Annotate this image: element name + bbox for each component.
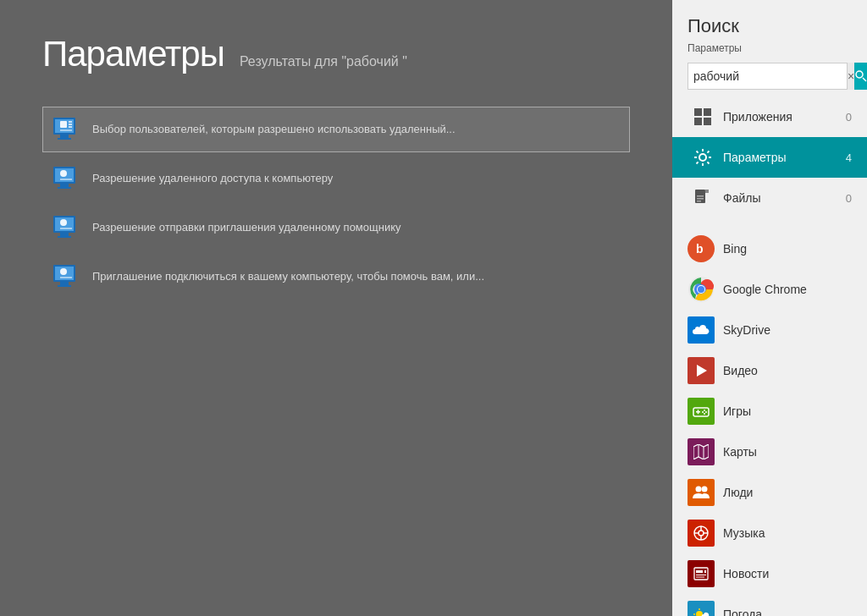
svg-rect-12 <box>58 187 71 189</box>
app-bing[interactable]: b Bing <box>672 228 867 269</box>
search-panel-title: Поиск <box>688 15 852 37</box>
svg-rect-20 <box>60 228 72 229</box>
music-label: Музыка <box>723 526 765 540</box>
app-video[interactable]: Видео <box>672 350 867 391</box>
search-box: × <box>688 63 852 90</box>
games-label: Игры <box>723 404 751 418</box>
svg-point-13 <box>60 170 67 177</box>
result-item-1[interactable]: Выбор пользователей, которым разрешено и… <box>42 107 630 152</box>
svg-point-33 <box>699 154 706 161</box>
category-files[interactable]: Файлы 0 <box>672 178 867 218</box>
maps-icon <box>688 438 715 465</box>
maps-label: Карты <box>723 445 757 459</box>
svg-rect-8 <box>60 129 72 131</box>
result-text-3: Разрешение отправки приглашения удаленно… <box>92 220 401 235</box>
apps-count: 0 <box>846 111 852 124</box>
search-go-button[interactable] <box>854 63 867 90</box>
svg-rect-38 <box>697 198 704 200</box>
search-input[interactable] <box>688 69 847 83</box>
result-text-2: Разрешение удаленного доступа к компьюте… <box>92 171 333 186</box>
games-icon <box>688 398 715 425</box>
svg-point-27 <box>856 71 863 78</box>
svg-rect-3 <box>58 138 71 140</box>
svg-rect-31 <box>694 118 702 125</box>
svg-rect-14 <box>60 179 72 180</box>
news-icon <box>688 560 715 587</box>
search-clear-button[interactable]: × <box>847 63 854 90</box>
app-chrome[interactable]: Google Chrome <box>672 269 867 310</box>
svg-rect-39 <box>697 201 701 202</box>
app-weather[interactable]: Погода <box>672 594 867 616</box>
svg-rect-4 <box>60 121 67 128</box>
chrome-icon <box>688 276 715 303</box>
apps-label: Приложения <box>723 110 846 124</box>
svg-rect-30 <box>704 108 711 116</box>
svg-point-50 <box>705 411 707 413</box>
svg-rect-6 <box>69 124 72 125</box>
svg-point-25 <box>60 268 67 275</box>
svg-point-52 <box>704 413 705 415</box>
result-item-4[interactable]: Приглашение подключиться к вашему компью… <box>42 254 630 300</box>
search-subtitle: Результаты для "рабочий " <box>240 40 407 83</box>
svg-point-56 <box>702 487 708 492</box>
bing-icon: b <box>688 235 715 262</box>
app-skydrive[interactable]: SkyDrive <box>672 310 867 350</box>
svg-rect-11 <box>60 184 69 187</box>
svg-rect-64 <box>696 570 703 573</box>
svg-point-55 <box>696 487 702 492</box>
files-icon <box>691 186 715 210</box>
weather-icon <box>688 601 715 616</box>
svg-point-44 <box>698 286 704 293</box>
result-text-4: Приглашение подключиться к вашему компью… <box>92 269 484 284</box>
people-label: Люди <box>723 486 753 499</box>
svg-rect-29 <box>694 108 702 116</box>
svg-rect-67 <box>704 570 706 573</box>
bing-label: Bing <box>723 242 747 256</box>
svg-rect-63 <box>694 568 708 580</box>
svg-marker-45 <box>697 365 707 377</box>
results-list: Выбор пользователей, которым разрешено и… <box>42 107 630 300</box>
video-icon <box>688 357 715 384</box>
result-text-1: Выбор пользователей, которым разрешено и… <box>92 122 456 137</box>
svg-rect-17 <box>60 233 69 236</box>
svg-rect-32 <box>704 118 711 125</box>
app-maps[interactable]: Карты <box>672 432 867 472</box>
search-panel-subtitle: Параметры <box>688 42 852 54</box>
skydrive-icon <box>688 316 715 344</box>
app-news[interactable]: Новости <box>672 553 867 594</box>
svg-rect-66 <box>696 577 704 578</box>
files-count: 0 <box>846 192 852 205</box>
app-games[interactable]: Игры <box>672 391 867 432</box>
music-icon <box>688 520 715 547</box>
files-label: Файлы <box>723 191 846 205</box>
result-item-2[interactable]: Разрешение удаленного доступа к компьюте… <box>42 156 630 201</box>
title-row: Параметры Результаты для "рабочий " <box>42 34 630 83</box>
svg-rect-2 <box>60 135 69 138</box>
category-settings[interactable]: Параметры 4 <box>672 137 867 178</box>
svg-rect-23 <box>60 282 69 285</box>
svg-point-68 <box>696 611 703 616</box>
svg-text:b: b <box>696 242 704 256</box>
svg-point-58 <box>699 531 704 536</box>
news-label: Новости <box>723 567 769 580</box>
svg-point-19 <box>60 219 67 226</box>
main-content: Параметры Результаты для "рабочий " Выбо… <box>0 0 672 616</box>
svg-rect-65 <box>696 575 706 575</box>
chrome-label: Google Chrome <box>723 283 807 296</box>
app-people[interactable]: Люди <box>672 472 867 513</box>
svg-rect-37 <box>697 195 704 197</box>
result-icon-1 <box>52 114 82 145</box>
category-list: Приложения 0 Параметры 4 <box>672 96 867 218</box>
category-apps[interactable]: Приложения 0 <box>672 96 867 137</box>
svg-rect-18 <box>58 236 71 238</box>
result-item-3[interactable]: Разрешение отправки приглашения удаленно… <box>42 205 630 250</box>
apps-icon <box>691 105 715 129</box>
skydrive-label: SkyDrive <box>723 323 770 337</box>
svg-rect-48 <box>698 410 699 414</box>
svg-point-51 <box>702 411 704 413</box>
svg-rect-26 <box>60 277 72 278</box>
settings-label: Параметры <box>723 151 846 164</box>
right-panel: Поиск Параметры × Пр <box>672 0 867 616</box>
svg-line-28 <box>863 78 866 81</box>
app-music[interactable]: Музыка <box>672 513 867 553</box>
